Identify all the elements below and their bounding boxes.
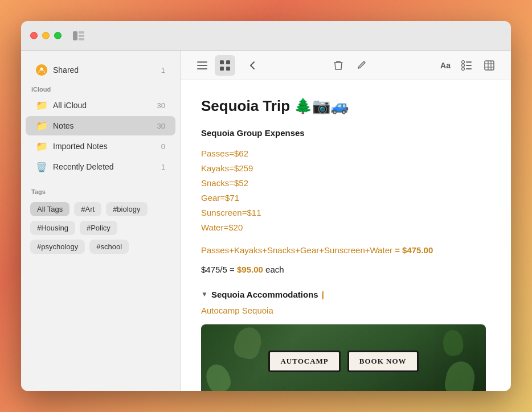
folder-icon: 📁 xyxy=(36,100,47,111)
svg-rect-5 xyxy=(197,61,207,63)
svg-rect-15 xyxy=(466,61,472,63)
font-button[interactable]: Aa xyxy=(437,55,454,76)
sidebar-item-shared[interactable]: Shared 1 xyxy=(26,60,175,80)
autocamp-sequoia-link[interactable]: Autocamp Sequoia xyxy=(201,306,273,315)
expense-snacks: Snacks=$52 xyxy=(201,176,490,190)
content-toolbar: Aa xyxy=(181,51,511,80)
minimize-button[interactable] xyxy=(42,32,50,39)
maximize-button[interactable] xyxy=(54,32,62,39)
tag-policy[interactable]: #Policy xyxy=(80,221,117,235)
sidebar-item-recently-deleted[interactable]: 🗑️ Recently Deleted 1 xyxy=(26,157,175,176)
note-title: Sequoia Trip 🌲📷🚙 xyxy=(201,97,490,115)
note-section-title: Sequoia Group Expenses xyxy=(201,126,490,140)
svg-rect-17 xyxy=(466,68,472,69)
list-view-button[interactable] xyxy=(192,55,212,76)
sidebar-item-all-icloud[interactable]: 📁 All iCloud 30 xyxy=(26,96,175,115)
all-icloud-count: 30 xyxy=(157,101,165,110)
tag-all-tags[interactable]: All Tags xyxy=(30,202,69,216)
svg-rect-6 xyxy=(197,65,207,66)
tags-grid: All Tags #Art #biology #Housing #Policy xyxy=(30,202,171,254)
titlebar xyxy=(21,21,511,51)
chevron-down-icon: ▼ xyxy=(201,289,208,300)
notes-label: Notes xyxy=(53,121,152,130)
tag-psychology[interactable]: #psychology xyxy=(30,240,85,254)
main-area: Shared 1 iCloud 📁 All iCloud 30 📁 Notes … xyxy=(21,51,511,391)
content-area: Aa xyxy=(181,51,511,391)
shared-count: 1 xyxy=(161,66,165,75)
svg-rect-3 xyxy=(79,38,84,40)
svg-rect-9 xyxy=(226,60,230,64)
sidebar-item-imported-notes[interactable]: 📁 Imported Notes 0 xyxy=(26,137,175,156)
all-icloud-label: All iCloud xyxy=(53,101,152,110)
imported-notes-icon: 📁 xyxy=(36,141,47,152)
expense-water: Water=$20 xyxy=(201,221,490,234)
tag-biology[interactable]: #biology xyxy=(106,202,147,216)
shared-icon xyxy=(36,64,47,76)
autocamp-image: AUTOCAMP BOOK NOW xyxy=(201,324,486,391)
shared-label: Shared xyxy=(53,65,155,75)
expense-gear: Gear=$71 xyxy=(201,191,490,205)
svg-point-13 xyxy=(462,64,465,67)
close-button[interactable] xyxy=(30,32,38,39)
sidebar: Shared 1 iCloud 📁 All iCloud 30 📁 Notes … xyxy=(21,51,181,391)
svg-rect-2 xyxy=(79,35,84,37)
imported-notes-count: 0 xyxy=(161,142,165,151)
notes-folder-icon: 📁 xyxy=(36,120,47,131)
view-toggle-group xyxy=(192,55,235,76)
svg-rect-0 xyxy=(73,31,77,40)
compose-button[interactable] xyxy=(351,55,371,76)
svg-rect-8 xyxy=(220,60,224,64)
imported-notes-label: Imported Notes xyxy=(53,142,155,151)
accommodations-header: ▼ Sequoia Accommodations| xyxy=(201,288,490,302)
svg-point-12 xyxy=(462,60,465,63)
svg-rect-11 xyxy=(226,67,230,71)
recently-deleted-count: 1 xyxy=(161,163,165,171)
sidebar-toggle-button[interactable] xyxy=(73,30,84,42)
expense-passes: Passes=$62 xyxy=(201,147,490,160)
table-button[interactable] xyxy=(479,55,500,76)
tag-art[interactable]: #Art xyxy=(74,202,101,216)
note-body: Sequoia Group Expenses Passes=$62 Kayaks… xyxy=(201,126,490,391)
expense-kayaks: Kayaks=$259 xyxy=(201,162,490,175)
svg-rect-10 xyxy=(220,67,224,71)
back-button[interactable] xyxy=(242,55,263,76)
tags-section: All Tags #Art #biology #Housing #Policy xyxy=(21,197,180,258)
delete-button[interactable] xyxy=(328,55,349,76)
svg-rect-18 xyxy=(485,61,494,70)
svg-rect-16 xyxy=(466,65,472,66)
svg-rect-7 xyxy=(197,68,207,69)
tag-housing[interactable]: #Housing xyxy=(30,221,75,235)
svg-point-14 xyxy=(462,67,465,70)
notes-window: Shared 1 iCloud 📁 All iCloud 30 📁 Notes … xyxy=(21,21,511,391)
notes-count: 30 xyxy=(157,122,165,130)
grid-view-button[interactable] xyxy=(215,55,235,76)
recently-deleted-label: Recently Deleted xyxy=(53,162,155,171)
expense-total-line: Passes+Kayaks+Snacks+Gear+Sunscreen+Wate… xyxy=(201,244,490,257)
expense-sunscreen: Sunscreen=$11 xyxy=(201,206,490,220)
accommodations-link-container: Autocamp Sequoia xyxy=(201,304,490,318)
tag-school[interactable]: #school xyxy=(89,240,129,254)
checklist-button[interactable] xyxy=(456,55,477,76)
per-person-line: $475/5 = $95.00 each xyxy=(201,263,490,277)
trash-icon: 🗑️ xyxy=(36,161,47,172)
sidebar-item-notes[interactable]: 📁 Notes 30 xyxy=(26,116,175,135)
icloud-section-header: iCloud xyxy=(21,80,180,95)
tags-section-header: Tags xyxy=(21,183,180,197)
note-content[interactable]: Sequoia Trip 🌲📷🚙 Sequoia Group Expenses … xyxy=(181,80,511,391)
svg-rect-1 xyxy=(79,31,84,34)
